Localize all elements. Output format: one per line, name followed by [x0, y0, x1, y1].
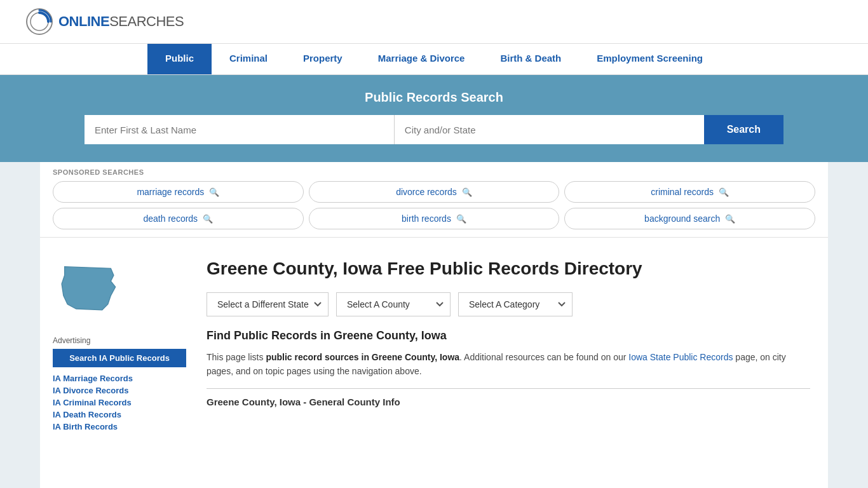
category-dropdown[interactable]: Select A Category — [458, 292, 573, 316]
nav-property[interactable]: Property — [285, 44, 360, 74]
find-text-bold: public record sources in Greene County, … — [266, 352, 459, 362]
search-icon-2: 🔍 — [462, 187, 472, 197]
logo-area[interactable]: ONLINESEARCHES — [25, 8, 184, 36]
logo-online: ONLINE — [58, 13, 109, 30]
nav: Public Criminal Property Marriage & Divo… — [0, 44, 868, 75]
sponsored-label: SPONSORED SEARCHES — [53, 168, 815, 176]
search-button[interactable]: Search — [704, 115, 783, 144]
page-title-section: Greene County, Iowa Free Public Records … — [207, 253, 810, 280]
iowa-map-icon — [53, 258, 123, 322]
nav-marriage-divorce[interactable]: Marriage & Divorce — [360, 44, 483, 74]
advertising-label: Advertising — [53, 336, 186, 345]
content-area: Greene County, Iowa Free Public Records … — [201, 253, 815, 488]
sidebar-link-birth[interactable]: IA Birth Records — [53, 422, 186, 431]
search-icon-4: 🔍 — [203, 214, 213, 224]
search-form: Search — [85, 115, 783, 144]
find-records-title: Find Public Records in Greene County, Io… — [207, 329, 810, 342]
dropdowns-row: Select a Different State Select A County… — [207, 292, 810, 316]
sponsored-birth[interactable]: birth records 🔍 — [309, 208, 560, 229]
sponsored-background-label: background search — [644, 214, 720, 224]
sponsored-divorce-label: divorce records — [396, 187, 457, 197]
name-input[interactable] — [85, 115, 394, 144]
search-icon-3: 🔍 — [719, 187, 729, 197]
nav-public[interactable]: Public — [147, 44, 212, 74]
logo-text: ONLINESEARCHES — [58, 13, 184, 30]
sponsored-section: SPONSORED SEARCHES marriage records 🔍 di… — [40, 162, 828, 238]
sidebar-link-criminal[interactable]: IA Criminal Records — [53, 398, 186, 407]
page-title: Greene County, Iowa Free Public Records … — [207, 258, 642, 280]
county-dropdown[interactable]: Select A County — [336, 292, 451, 316]
nav-employment[interactable]: Employment Screening — [579, 44, 721, 74]
main-layout: Advertising Search IA Public Records IA … — [40, 243, 828, 488]
find-text-mid: . Additional resources can be found on o… — [459, 352, 628, 362]
find-text-start: This page lists — [207, 352, 266, 362]
header: ONLINESEARCHES — [0, 0, 868, 44]
sidebar-link-marriage[interactable]: IA Marriage Records — [53, 374, 186, 383]
iowa-state-link[interactable]: Iowa State Public Records — [628, 352, 733, 362]
sponsored-marriage[interactable]: marriage records 🔍 — [53, 181, 304, 203]
search-banner-title: Public Records Search — [25, 90, 843, 105]
logo-searches: SEARCHES — [109, 13, 184, 30]
logo-icon — [25, 8, 53, 36]
state-map — [53, 258, 186, 323]
general-county-title: Greene County, Iowa - General County Inf… — [207, 388, 810, 407]
sidebar-link-death[interactable]: IA Death Records — [53, 410, 186, 419]
sponsored-background[interactable]: background search 🔍 — [564, 208, 815, 229]
search-icon-6: 🔍 — [725, 214, 735, 224]
search-banner: Public Records Search Search — [0, 75, 868, 162]
search-icon-1: 🔍 — [209, 187, 219, 197]
sponsored-grid: marriage records 🔍 divorce records 🔍 cri… — [53, 181, 815, 229]
nav-criminal[interactable]: Criminal — [212, 44, 285, 74]
search-icon-5: 🔍 — [456, 214, 466, 224]
sponsored-death-label: death records — [144, 214, 198, 224]
state-dropdown[interactable]: Select a Different State — [207, 292, 329, 316]
sponsored-criminal[interactable]: criminal records 🔍 — [564, 181, 815, 203]
sponsored-criminal-label: criminal records — [651, 187, 714, 197]
nav-birth-death[interactable]: Birth & Death — [482, 44, 579, 74]
sponsored-birth-label: birth records — [402, 214, 451, 224]
location-input[interactable] — [394, 115, 704, 144]
ad-search-button[interactable]: Search IA Public Records — [53, 349, 186, 367]
sidebar: Advertising Search IA Public Records IA … — [53, 253, 186, 488]
sidebar-link-divorce[interactable]: IA Divorce Records — [53, 386, 186, 395]
sponsored-marriage-label: marriage records — [137, 187, 204, 197]
sponsored-death[interactable]: death records 🔍 — [53, 208, 304, 229]
find-records-text: This page lists public record sources in… — [207, 350, 810, 379]
sponsored-divorce[interactable]: divorce records 🔍 — [309, 181, 560, 203]
